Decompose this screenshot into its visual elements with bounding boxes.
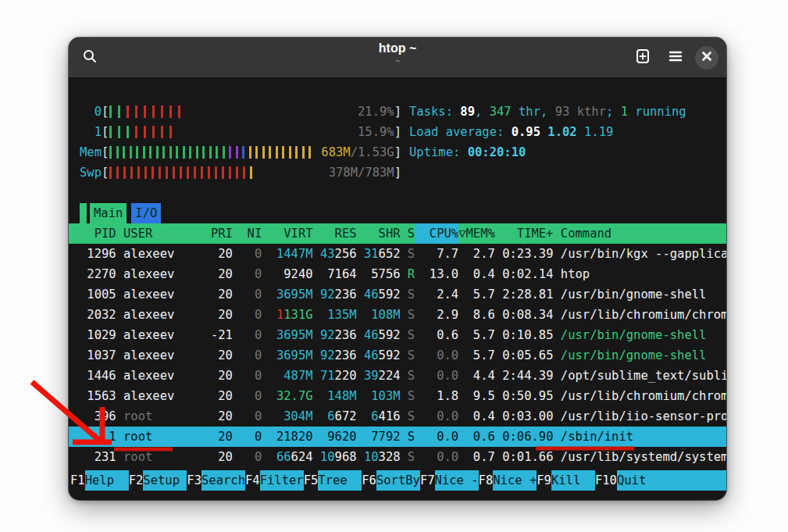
column-header-user[interactable]: USER (116, 223, 189, 244)
cell-time: 2:28.81 (495, 284, 554, 305)
process-row[interactable]: 396 root200304M66726416S0.0 0.40:03.00 /… (69, 406, 726, 427)
fn-action-setup[interactable]: Setup (143, 470, 187, 491)
menu-icon (667, 48, 684, 67)
tab-main[interactable]: Main (90, 203, 127, 223)
stat-line-1: Load average: 0.95 1.02 1.19 (409, 122, 686, 142)
function-key-bar: F1HelpF2SetupF3SearchF4FilterF5TreeF6Sor… (69, 470, 726, 491)
column-header-ni[interactable]: NI (233, 223, 262, 244)
column-header-pid[interactable]: PID (80, 223, 116, 244)
tab-io[interactable]: I/O (131, 203, 161, 223)
cell-mem: 8.6 (466, 305, 495, 325)
process-row[interactable]: 231 root200666241096810328S0.0 0.70:01.6… (69, 447, 726, 467)
cell-time: 0:05.65 (495, 345, 554, 366)
column-header-cpu[interactable]: CPU% (415, 223, 458, 244)
fn-key-f6: F6 (362, 470, 376, 491)
cell-shr: 10328 (357, 447, 401, 467)
fn-action-nice-[interactable]: Nice + (493, 470, 537, 491)
cell-res: 7164 (313, 264, 357, 284)
cell-virt: 3695M (262, 284, 312, 305)
stat-line-2: Uptime: 00:20:10 (409, 142, 686, 162)
cell-cpu: 0.6 (415, 325, 458, 345)
process-row[interactable]: 2032 alexeev2001131G135M108MS2.9 8.60:08… (69, 305, 726, 325)
cell-virt: 3695M (262, 325, 312, 345)
search-button[interactable] (77, 45, 103, 71)
cell-virt: 304M (262, 406, 312, 427)
new-tab-button[interactable] (629, 45, 656, 71)
fn-key-f10: F10 (595, 470, 617, 491)
fn-action-help[interactable]: Help (85, 470, 129, 491)
meter-label: 1 (80, 122, 102, 142)
process-row[interactable]: 1296 alexeev2001447M4325631652S7.7 2.70:… (69, 244, 726, 264)
cell-ni: 0 (233, 325, 262, 345)
cell-cmd: /usr/bin/kgx --gapplicat (553, 244, 726, 264)
process-row[interactable]: 2270 alexeev200924071645756R13.0 0.40:02… (69, 264, 726, 284)
column-header-s[interactable]: S (401, 223, 415, 244)
cell-pri: 20 (189, 244, 233, 264)
cell-pri: 20 (189, 264, 233, 284)
fn-action-nice-[interactable]: Nice - (435, 470, 479, 491)
process-table-header: PID USERPRINIVIRTRESSHRSCPU%▽MEM%TIME+ C… (69, 223, 726, 244)
meter-value: 378M/783M (329, 162, 394, 183)
fn-action-kill[interactable]: Kill (551, 470, 595, 491)
cell-shr: 6416 (357, 406, 401, 427)
column-header-time[interactable]: TIME+ (495, 223, 554, 244)
cell-cpu: 0.0 (415, 427, 458, 447)
cell-shr: 46592 (357, 345, 401, 366)
titlebar-buttons (629, 45, 718, 71)
blank-line (69, 183, 726, 203)
cell-user: alexeev (116, 305, 189, 325)
meter-value: 21.9% (358, 102, 394, 122)
column-header-res[interactable]: RES (313, 223, 357, 244)
process-row-selected[interactable]: 1 root2002182096207792S0.0 0.60:06.90 /s… (69, 427, 726, 447)
meter-mem: Mem[683M/1.53G] (80, 142, 401, 162)
cell-user: root (116, 406, 189, 427)
cell-mem: 4.4 (466, 366, 495, 386)
cell-cmd: htop (553, 264, 726, 284)
column-header-mem[interactable]: MEM% (466, 223, 495, 244)
cell-res: 92236 (313, 345, 357, 366)
window-subtitle: ~ (69, 56, 726, 66)
cell-cmd: /usr/lib/chromium/chromi (553, 386, 726, 406)
cell-res: 92236 (313, 325, 357, 345)
cell-ni: 0 (233, 366, 262, 386)
cell-cpu: 0.0 (415, 447, 458, 467)
column-header-shr[interactable]: SHR (357, 223, 401, 244)
cell-cmd: /usr/lib/systemd/systemd (553, 447, 726, 467)
cell-mem: 5.7 (466, 345, 495, 366)
cell-mem: 2.7 (466, 244, 495, 264)
column-header-pri[interactable]: PRI (189, 223, 233, 244)
column-header-cmd[interactable]: Command (553, 223, 726, 244)
cell-shr: 103M (357, 386, 401, 406)
window-title: htop ~ (69, 41, 726, 55)
cell-time: 2:44.39 (495, 366, 554, 386)
cell-pid: 1037 (80, 345, 116, 366)
process-row[interactable]: 1446 alexeev200487M7122039224S0.0 4.42:4… (69, 366, 726, 386)
fn-action-search[interactable]: Search (201, 470, 245, 491)
process-row[interactable]: 1037 alexeev2003695M9223646592S0.0 5.70:… (69, 345, 726, 366)
cell-virt: 3695M (262, 345, 312, 366)
process-row[interactable]: 1005 alexeev2003695M9223646592S2.4 5.72:… (69, 284, 726, 305)
cell-pid: 231 (80, 447, 116, 467)
process-row[interactable]: 1563 alexeev20032.7G148M103MS1.8 9.50:50… (69, 386, 726, 406)
fn-action-filter[interactable]: Filter (260, 470, 304, 491)
cell-ni: 0 (233, 305, 262, 325)
fn-key-f1: F1 (70, 470, 85, 491)
meter-label: Mem (80, 142, 102, 162)
search-icon (81, 48, 98, 67)
fn-action-tree[interactable]: Tree (318, 470, 362, 491)
cell-shr: 5756 (357, 264, 401, 284)
cell-ni: 0 (233, 345, 262, 366)
cell-s: S (401, 244, 415, 264)
cell-cpu: 0.0 (415, 345, 458, 366)
cell-s: S (401, 386, 415, 406)
cell-user: alexeev (116, 244, 189, 264)
fn-action-sortby[interactable]: SortBy (376, 470, 420, 491)
fn-action-quit[interactable]: Quit (617, 470, 661, 491)
cell-s: S (401, 305, 415, 325)
cell-cpu: 2.4 (415, 284, 458, 305)
column-header-virt[interactable]: VIRT (262, 223, 312, 244)
process-row[interactable]: 1029 alexeev-2103695M9223646592S0.6 5.70… (69, 325, 726, 345)
menu-button[interactable] (662, 45, 689, 71)
close-button[interactable] (695, 46, 718, 70)
cell-pid: 1029 (80, 325, 116, 345)
